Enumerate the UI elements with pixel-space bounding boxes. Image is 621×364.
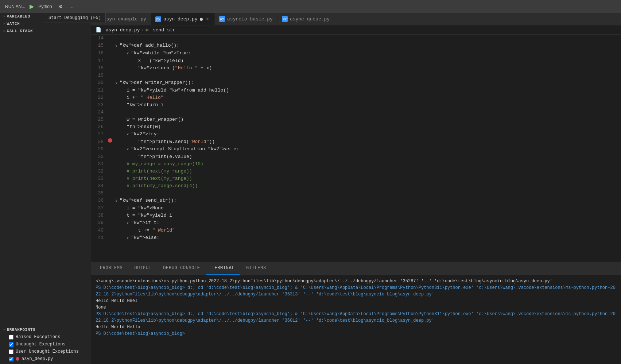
line-number-38: 38 xyxy=(91,212,106,219)
breadcrumb-symbol[interactable]: ⚙ send_str xyxy=(145,27,175,33)
run-button[interactable]: RUN AN... xyxy=(3,3,27,10)
code-line-23[interactable]: 23 "kw">return i xyxy=(91,101,621,109)
debug-tooltip: Start Debugging (F5) xyxy=(44,13,106,23)
breakpoints-header[interactable]: › BREAKPOINTS xyxy=(0,326,91,333)
code-line-28[interactable]: 28 "fn">print(w.send("World")) xyxy=(91,138,621,146)
fold-arrow-16[interactable]: ∨ xyxy=(127,51,131,55)
terminal-line-6: PS D:\code\test\blog\asyncio_blog> xyxy=(96,330,617,337)
code-line-39[interactable]: 39 ∨ "kw">if t: xyxy=(91,219,621,227)
debug-play-button[interactable]: ▶ xyxy=(30,3,34,10)
code-editor: 1415∨ "kw">def add_hello():16 ∨ "kw">whi… xyxy=(91,35,621,262)
code-line-19[interactable]: 19 xyxy=(91,72,621,79)
fold-arrow-29[interactable]: ∨ xyxy=(127,147,131,151)
code-content-34: # print(my_range.send(4)) xyxy=(114,182,621,190)
line-number-31: 31 xyxy=(91,160,106,168)
code-line-18[interactable]: 18 "kw">return ("Hello " + x) xyxy=(91,65,621,72)
tab-icon-tab2: py xyxy=(155,16,161,22)
code-content-30: "fn">print(e.value) xyxy=(114,153,621,160)
fold-arrow-27[interactable]: ∨ xyxy=(127,132,131,136)
breakpoint-checkbox-1[interactable] xyxy=(9,342,13,347)
terminal-line-0: s\wang\.vscode\extensions\ms-python.pyth… xyxy=(96,278,617,284)
tab-tab4[interactable]: pyasync_queue.py xyxy=(277,13,334,25)
breakpoint-files-list: asyn_deep.py xyxy=(0,355,91,363)
breakpoints-section: › BREAKPOINTS Raised ExceptionsUncaught … xyxy=(0,326,91,364)
line-number-14: 14 xyxy=(91,35,106,42)
code-content-28: "fn">print(w.send("World")) xyxy=(114,138,621,146)
line-number-15: 15 xyxy=(91,42,106,49)
code-content-40: t += " World" xyxy=(114,227,621,234)
tab-label-tab2: asyn_deep.py xyxy=(163,16,198,22)
code-line-22[interactable]: 22 i += " Hello" xyxy=(91,94,621,101)
code-line-17[interactable]: 17 x = ("kw">yield) xyxy=(91,57,621,65)
breakpoint-checkbox-2[interactable] xyxy=(9,349,13,354)
code-line-37[interactable]: 37 i = "kw">None xyxy=(91,205,621,212)
code-line-14[interactable]: 14 xyxy=(91,35,621,42)
code-line-41[interactable]: 41 ∨ "kw">else: xyxy=(91,234,621,242)
code-line-35[interactable]: 35 xyxy=(91,190,621,197)
panel-tab-gitlens[interactable]: GITLENS xyxy=(240,262,272,275)
breadcrumb-file[interactable]: 📄 asyn_deep.py xyxy=(96,27,140,33)
watch-label: WATCH xyxy=(7,22,20,26)
fold-arrow-36[interactable]: ∨ xyxy=(115,199,120,203)
line-number-25: 25 xyxy=(91,116,106,123)
variables-label: VARIABLES xyxy=(7,14,30,19)
code-line-32[interactable]: 32 # print(next(my_range)) xyxy=(91,168,621,175)
breakpoints-list: Raised ExceptionsUncaught ExceptionsUser… xyxy=(0,333,91,355)
code-line-29[interactable]: 29 ∨ "kw2">except StopIteration "kw2">as… xyxy=(91,146,621,153)
code-content-23: "kw">return i xyxy=(114,101,621,109)
code-line-38[interactable]: 38 t = "kw">yield i xyxy=(91,212,621,219)
tab-tab2[interactable]: pyasyn_deep.py× xyxy=(151,13,215,25)
code-line-36[interactable]: 36∨ "kw">def send_str(): xyxy=(91,197,621,205)
main-layout: › VARIABLES › WATCH › CALL STACK › BREAK… xyxy=(0,13,621,364)
call-stack-section: › CALL STACK xyxy=(0,27,91,35)
tab-tab3[interactable]: pyasyncio_basic.py xyxy=(215,13,277,25)
gear-button[interactable]: ⚙ xyxy=(57,3,65,10)
code-line-34[interactable]: 34 # print(my_range.send(4)) xyxy=(91,182,621,190)
breakpoint-file-0: asyn_deep.py xyxy=(0,355,91,363)
breadcrumb-separator: › xyxy=(141,27,144,33)
code-line-21[interactable]: 21 i = "kw">yield "kw">from add_hello() xyxy=(91,87,621,94)
fold-arrow-20[interactable]: ∨ xyxy=(115,81,120,85)
code-line-16[interactable]: 16 ∨ "kw">while "kw">True: xyxy=(91,50,621,57)
code-line-31[interactable]: 31 # my_range = easy_range(10) xyxy=(91,160,621,168)
code-line-30[interactable]: 30 "fn">print(e.value) xyxy=(91,153,621,160)
code-content-16: ∨ "kw">while "kw">True: xyxy=(114,50,621,57)
code-content-18: "kw">return ("Hello " + x) xyxy=(114,65,621,72)
line-number-29: 29 xyxy=(91,146,106,153)
call-stack-label: CALL STACK xyxy=(7,29,33,33)
breakpoint-checkbox-0[interactable] xyxy=(9,335,13,340)
code-line-27[interactable]: 27 ∨ "kw2">try: xyxy=(91,131,621,138)
code-content-20: ∨ "kw">def writer_wrapper(): xyxy=(114,79,621,87)
call-stack-header[interactable]: › CALL STACK xyxy=(0,27,91,35)
panel-tab-output[interactable]: OUTPUT xyxy=(128,262,157,275)
code-line-33[interactable]: 33 # print(next(my_range)) xyxy=(91,175,621,182)
more-button[interactable]: … xyxy=(67,3,76,10)
code-line-26[interactable]: 26 "fn">next(w) xyxy=(91,123,621,131)
code-line-15[interactable]: 15∨ "kw">def add_hello(): xyxy=(91,42,621,50)
code-line-40[interactable]: 40 t += " World" xyxy=(91,227,621,234)
code-content-27: ∨ "kw2">try: xyxy=(114,131,621,138)
tab-label-tab3: asyncio_basic.py xyxy=(227,16,273,22)
python-selector[interactable]: Python xyxy=(36,3,54,10)
panel-tab-debug-console[interactable]: DEBUG CONSOLE xyxy=(157,262,206,275)
code-content-39: ∨ "kw">if t: xyxy=(114,219,621,227)
run-label: RUN AN... xyxy=(5,4,25,9)
fold-arrow-41[interactable]: ∨ xyxy=(127,236,131,240)
panel-tab-problems[interactable]: PROBLEMS xyxy=(94,262,128,275)
line-number-17: 17 xyxy=(91,57,106,65)
breakpoint-file-checkbox-0[interactable] xyxy=(9,357,13,361)
fold-arrow-39[interactable]: ∨ xyxy=(127,221,131,225)
breakpoint-label-0: Raised Exceptions xyxy=(16,334,60,340)
code-line-20[interactable]: 20∨ "kw">def writer_wrapper(): xyxy=(91,79,621,87)
code-content-32: # print(next(my_range)) xyxy=(114,168,621,175)
code-content-25: w = writer_wrapper() xyxy=(114,116,621,123)
code-content-33: # print(next(my_range)) xyxy=(114,175,621,182)
fold-arrow-15[interactable]: ∨ xyxy=(115,44,120,48)
panel-tab-terminal[interactable]: TERMINAL xyxy=(206,262,240,275)
line-number-33: 33 xyxy=(91,175,106,182)
tab-close-tab2[interactable]: × xyxy=(205,16,210,22)
code-line-25[interactable]: 25 w = writer_wrapper() xyxy=(91,116,621,123)
code-line-24[interactable]: 24 xyxy=(91,109,621,116)
line-number-37: 37 xyxy=(91,205,106,212)
code-content-37: i = "kw">None xyxy=(114,205,621,212)
